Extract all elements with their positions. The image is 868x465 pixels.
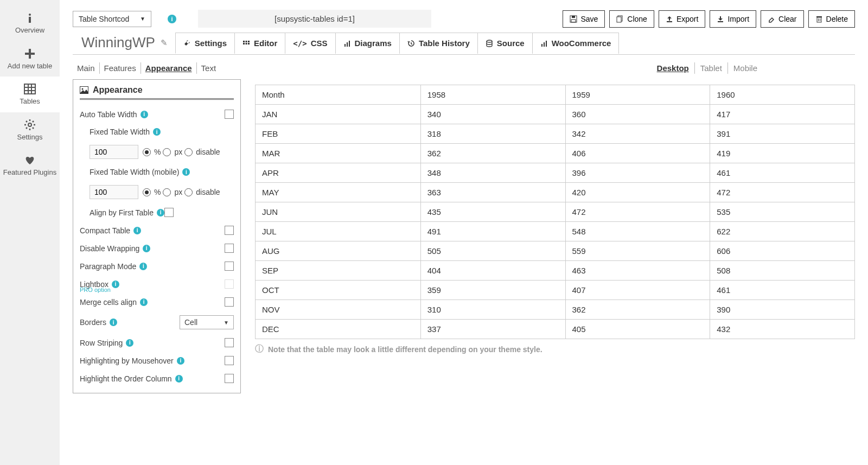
table-cell: 337 [420, 320, 565, 339]
info-icon[interactable]: i [153, 128, 161, 136]
info-icon[interactable]: i [126, 339, 133, 347]
tab-label: Diagrams [355, 39, 392, 48]
table-cell: 505 [420, 241, 565, 261]
delete-button[interactable]: Delete [808, 10, 855, 28]
pencil-icon[interactable]: ✎ [161, 38, 168, 48]
info-icon[interactable]: i [175, 375, 183, 383]
info-icon[interactable]: i [140, 298, 148, 306]
radio-disable-mobile[interactable] [184, 188, 193, 196]
checkbox-disable-wrap[interactable] [225, 244, 234, 253]
table-cell: 472 [710, 183, 855, 202]
sidebar-item-label: Featured Plugins [3, 168, 56, 177]
svg-rect-31 [541, 44, 542, 47]
checkbox-highlight-hover[interactable] [225, 356, 234, 365]
table-row: NOV310362390 [256, 300, 855, 320]
opt-highlight-hover: Highlighting by Mousehoveri [80, 352, 234, 370]
info-icon[interactable]: i [110, 319, 117, 326]
tab-diagrams[interactable]: Diagrams [335, 33, 399, 54]
info-icon[interactable]: i [112, 281, 119, 288]
appearance-heading-text: Appearance [93, 85, 143, 95]
checkbox-highlight-order[interactable] [225, 374, 234, 383]
fixed-width-input[interactable] [90, 145, 138, 159]
radio-disable[interactable] [184, 148, 193, 156]
radio-px[interactable] [163, 148, 171, 156]
table-cell: 348 [420, 163, 565, 183]
tab-settings[interactable]: Settings [175, 33, 234, 54]
radio-percent[interactable] [143, 148, 151, 156]
info-icon[interactable]: i [139, 263, 147, 270]
shortcode-select-label: Table Shortcod [79, 15, 129, 23]
info-icon [24, 12, 36, 24]
download-icon [717, 15, 724, 23]
sidebar-item-add-new-table[interactable]: Add new table [0, 41, 60, 77]
clone-button[interactable]: Clone [609, 10, 654, 28]
fixed-width-mobile-input[interactable] [90, 185, 138, 199]
sidebar-item-overview[interactable]: Overview [0, 5, 60, 41]
checkbox-auto-width[interactable] [225, 110, 234, 119]
checkbox-paragraph[interactable] [225, 262, 234, 271]
tab-css[interactable]: </>CSS [285, 33, 335, 54]
tab-woocommerce[interactable]: WooCommerce [532, 33, 620, 54]
sidebar-item-settings[interactable]: Settings [0, 112, 60, 148]
info-icon[interactable]: i [157, 209, 164, 216]
opt-align-first: Align by First Tablei [90, 203, 234, 221]
table-cell: 461 [710, 281, 855, 300]
bar-icon [343, 40, 351, 47]
table-row: JUN435472535 [256, 202, 855, 222]
shortcode-select[interactable]: Table Shortcod ▼ [73, 11, 151, 27]
info-icon[interactable]: i [168, 15, 176, 23]
gear-icon [24, 119, 36, 131]
shortcode-display[interactable]: [supsystic-tables id=1] [198, 10, 431, 28]
page-title-text: WinningWP [81, 34, 155, 51]
table-cell: AUG [256, 241, 421, 261]
sub-tab-appearance[interactable]: Appearance [141, 62, 197, 74]
import-button[interactable]: Import [710, 10, 756, 28]
table-row: SEP404463508 [256, 261, 855, 281]
sub-tab-text[interactable]: Text [197, 62, 221, 74]
export-button[interactable]: Export [659, 10, 705, 28]
svg-rect-11 [572, 16, 575, 18]
table-cell: JUL [256, 222, 421, 241]
info-icon[interactable]: i [182, 168, 190, 176]
tab-editor[interactable]: Editor [234, 33, 285, 54]
checkbox-align-first[interactable] [164, 208, 174, 217]
sidebar-item-tables[interactable]: Tables [0, 77, 60, 112]
info-icon[interactable]: i [143, 245, 150, 252]
sub-tab-main[interactable]: Main [73, 62, 100, 74]
checkbox-merge-cells[interactable] [225, 297, 234, 307]
preview-note: ⓘ Note that the table may look a little … [255, 343, 855, 355]
sidebar-item-label: Settings [17, 133, 43, 142]
table-cell: 405 [565, 320, 710, 339]
tab-label: Source [497, 39, 525, 48]
table-cell: MAR [256, 144, 421, 163]
fixed-width-mobile-units: % px disable [143, 188, 220, 196]
checkbox-lightbox[interactable] [225, 279, 234, 289]
radio-px-mobile[interactable] [163, 188, 171, 196]
tab-source[interactable]: Source [477, 33, 532, 54]
svg-rect-32 [544, 42, 545, 47]
dots-icon [242, 40, 250, 47]
tab-table-history[interactable]: Table History [399, 33, 477, 54]
sidebar-item-featured-plugins[interactable]: Featured Plugins [0, 148, 60, 183]
info-icon[interactable]: i [177, 357, 184, 365]
table-cell: 396 [565, 163, 710, 183]
opt-highlight-order: Highlight the Order Columni [80, 370, 234, 387]
page-title: WinningWP ✎ [73, 31, 175, 54]
view-tab-desktop[interactable]: Desktop [652, 62, 695, 74]
info-icon[interactable]: i [141, 111, 148, 118]
tab-label: Settings [195, 39, 227, 48]
save-button[interactable]: Save [563, 10, 605, 28]
table-cell: 491 [420, 222, 565, 241]
checkbox-compact[interactable] [225, 226, 234, 235]
view-tab-mobile[interactable]: Mobile [728, 62, 763, 74]
clear-button[interactable]: Clear [761, 10, 803, 28]
checkbox-row-striping[interactable] [225, 338, 234, 347]
table-row: FEB318342391 [256, 124, 855, 144]
radio-percent-mobile[interactable] [143, 188, 151, 196]
info-icon[interactable]: i [133, 227, 141, 234]
table-row: MAR362406419 [256, 144, 855, 163]
borders-select[interactable]: Cell ▼ [180, 315, 234, 329]
table-cell: 340 [420, 105, 565, 124]
view-tab-tablet[interactable]: Tablet [695, 62, 728, 74]
sub-tab-features[interactable]: Features [100, 62, 141, 74]
